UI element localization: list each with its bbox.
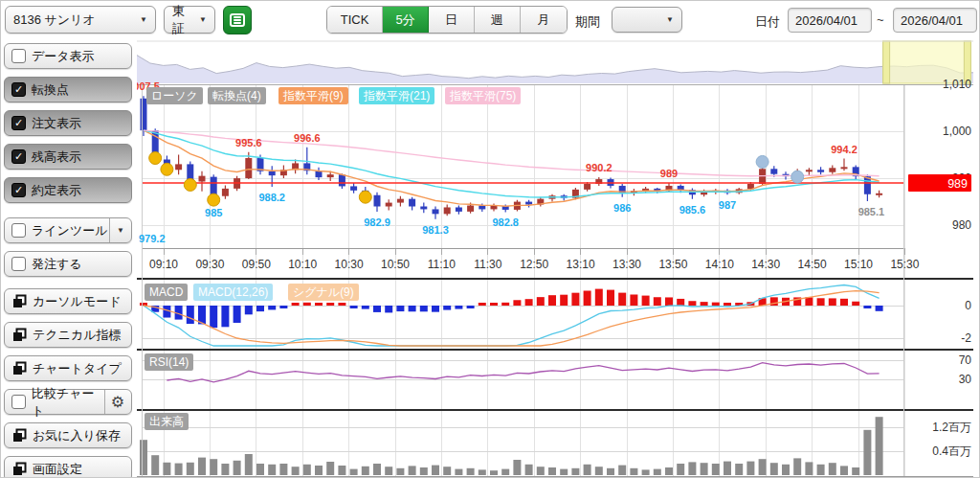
svg-text:11:30: 11:30 xyxy=(474,258,501,271)
current-price-badge: 989 xyxy=(908,174,971,192)
watchlist-button[interactable] xyxy=(223,6,252,34)
svg-text:0.4百万: 0.4百万 xyxy=(932,444,971,458)
svg-text:988.2: 988.2 xyxy=(258,192,285,203)
svg-text:985.6: 985.6 xyxy=(679,204,706,216)
svg-text:10:50: 10:50 xyxy=(381,258,410,271)
svg-text:10:10: 10:10 xyxy=(288,258,317,271)
sidebar-item-turning-point[interactable]: ✓ 転換点 xyxy=(4,77,132,102)
chart-app: 8136 サンリオ ▼ 東証 ▼ TICK 5分 日 週 月 期間 ▼ 日付 2… xyxy=(0,0,980,478)
windows-icon xyxy=(11,361,27,376)
toolbar: 8136 サンリオ ▼ 東証 ▼ TICK 5分 日 週 月 期間 ▼ 日付 2… xyxy=(1,1,980,39)
chevron-down-icon: ▼ xyxy=(658,15,674,24)
market-select[interactable]: 東証 ▼ xyxy=(164,6,215,34)
svg-text:12:50: 12:50 xyxy=(520,258,548,271)
sidebar-item-compare-chart[interactable]: 比較チャート ⚙ xyxy=(4,389,132,415)
sidebar-item-data-display[interactable]: データ表示 xyxy=(4,43,132,69)
gear-icon[interactable]: ⚙ xyxy=(104,390,124,414)
svg-text:14:50: 14:50 xyxy=(798,258,827,271)
svg-text:996.6: 996.6 xyxy=(294,132,321,144)
checkbox-checked-icon: ✓ xyxy=(11,116,26,130)
svg-text:14:30: 14:30 xyxy=(751,258,780,271)
chevron-down-icon: ▼ xyxy=(191,15,207,24)
sidebar-item-save-favorite[interactable]: お気に入り保存 xyxy=(4,422,132,448)
svg-text:13:50: 13:50 xyxy=(658,258,687,271)
svg-text:11:10: 11:10 xyxy=(428,258,456,271)
svg-text:30: 30 xyxy=(959,373,972,386)
range-navigator[interactable] xyxy=(137,41,973,83)
sidebar-item-cursor-mode[interactable]: カーソルモード xyxy=(4,288,132,314)
sidebar-item-place-order[interactable]: 発注する xyxy=(4,251,132,277)
interval-button-group: TICK 5分 日 週 月 xyxy=(326,6,568,34)
sidebar-item-order-display[interactable]: ✓ 注文表示 xyxy=(4,110,132,136)
checkbox-checked-icon: ✓ xyxy=(11,82,26,97)
sidebar-item-screen-settings[interactable]: 画面設定 xyxy=(4,456,132,478)
svg-text:0: 0 xyxy=(965,299,971,312)
legend-ema21: 指数平滑(21) xyxy=(359,87,434,104)
checkbox-icon xyxy=(11,223,26,238)
svg-text:13:10: 13:10 xyxy=(567,258,595,271)
sidebar-item-balance-display[interactable]: ✓ 残高表示 xyxy=(4,144,132,170)
date-label: 日付 xyxy=(755,13,780,31)
svg-text:1,000: 1,000 xyxy=(943,125,971,138)
interval-button-5min[interactable]: 5分 xyxy=(383,7,429,33)
chart-region: 1,0101,00099098009:1009:3009:5010:1010:3… xyxy=(137,39,980,478)
chevron-down-icon[interactable]: ▼ xyxy=(109,218,124,242)
sidebar: データ表示 ✓ 転換点 ✓ 注文表示 ✓ 残高表示 ✓ 約定表示 ラインツール … xyxy=(1,39,137,478)
date-to-input[interactable]: 2026/04/01 xyxy=(893,8,977,33)
volume-bars xyxy=(140,417,883,475)
legend-turning-point: 転換点(4) xyxy=(208,87,266,104)
svg-text:989: 989 xyxy=(660,168,678,179)
interval-button-tick[interactable]: TICK xyxy=(327,7,383,33)
svg-text:990.2: 990.2 xyxy=(586,162,612,173)
svg-text:989: 989 xyxy=(947,177,968,191)
svg-text:995.6: 995.6 xyxy=(235,137,262,148)
svg-text:15:30: 15:30 xyxy=(890,258,919,271)
windows-icon xyxy=(11,328,27,343)
legend-ema9: 指数平滑(9) xyxy=(278,87,348,104)
checkbox-icon xyxy=(11,49,26,63)
interval-button-month[interactable]: 月 xyxy=(521,7,567,33)
sidebar-item-technical-indicators[interactable]: テクニカル指標 xyxy=(4,322,132,348)
legend-ema75: 指数平滑(75) xyxy=(445,87,521,104)
svg-text:14:10: 14:10 xyxy=(705,258,734,271)
interval-button-week[interactable]: 週 xyxy=(475,7,521,33)
chart-canvas[interactable]: 1,0101,00099098009:1009:3009:5010:1010:3… xyxy=(137,39,980,478)
date-from-input[interactable]: 2026/04/01 xyxy=(788,8,872,33)
period-label: 期間 xyxy=(575,13,600,31)
svg-text:979.2: 979.2 xyxy=(139,233,166,244)
svg-text:994.2: 994.2 xyxy=(831,144,858,155)
svg-text:-2: -2 xyxy=(961,331,971,345)
chevron-down-icon: ▼ xyxy=(132,15,147,24)
svg-text:10:30: 10:30 xyxy=(335,258,364,271)
legend-signal: シグナル(9) xyxy=(288,284,359,301)
candlesticks xyxy=(141,96,883,218)
date-range-separator: ~ xyxy=(877,12,884,27)
symbol-select[interactable]: 8136 サンリオ ▼ xyxy=(5,6,156,34)
svg-text:985: 985 xyxy=(205,207,222,218)
svg-text:986: 986 xyxy=(613,202,631,214)
svg-text:15:10: 15:10 xyxy=(844,258,873,271)
svg-text:982.9: 982.9 xyxy=(364,216,390,228)
symbol-select-value: 8136 サンリオ xyxy=(13,11,96,29)
svg-text:987: 987 xyxy=(719,199,736,211)
legend-candlestick: ローソク xyxy=(146,87,203,104)
navigator-handle-left[interactable] xyxy=(883,41,890,83)
legend-volume: 出来高 xyxy=(145,413,189,430)
svg-text:982.8: 982.8 xyxy=(492,216,519,228)
checkbox-icon xyxy=(11,395,26,409)
svg-text:13:30: 13:30 xyxy=(612,258,641,271)
svg-text:981.3: 981.3 xyxy=(422,224,449,236)
svg-text:985.1: 985.1 xyxy=(858,206,885,217)
period-select[interactable]: ▼ xyxy=(612,7,682,33)
svg-text:70: 70 xyxy=(959,353,972,367)
market-select-value: 東証 xyxy=(172,3,191,37)
legend-macd: MACD xyxy=(145,284,188,301)
svg-text:09:10: 09:10 xyxy=(149,258,178,271)
sidebar-item-line-tool[interactable]: ラインツール ▼ xyxy=(4,217,132,243)
sidebar-item-chart-type[interactable]: チャートタイプ xyxy=(4,355,132,381)
checkbox-checked-icon: ✓ xyxy=(11,183,26,197)
interval-button-day[interactable]: 日 xyxy=(429,7,475,33)
windows-icon xyxy=(11,462,27,477)
svg-text:09:30: 09:30 xyxy=(195,258,224,271)
sidebar-item-execution-display[interactable]: ✓ 約定表示 xyxy=(4,177,132,203)
